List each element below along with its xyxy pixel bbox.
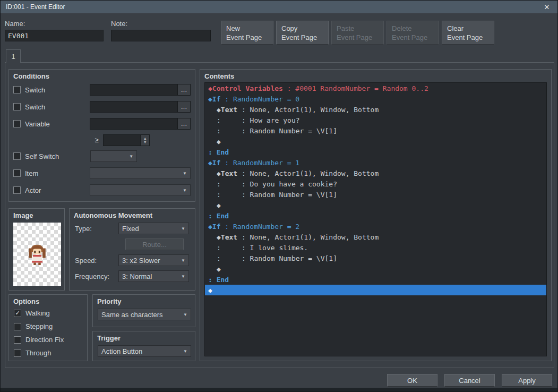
paste-event-page-button: Paste Event Page (331, 21, 384, 45)
variable-threshold-row: ≥ ▲ ▼ (9, 132, 195, 148)
event-command-line[interactable]: : : I love slimes. (205, 242, 546, 253)
movement-speed-select[interactable]: 3: x2 Slower ▼ (118, 254, 189, 266)
character-sprite (28, 243, 47, 267)
actor-row: Actor ▼ (9, 182, 195, 199)
trigger-select[interactable]: Action Button ▼ (98, 345, 191, 357)
stepping-checkbox[interactable] (14, 323, 21, 330)
item-checkbox[interactable] (13, 169, 21, 177)
event-command-line[interactable]: : End (205, 210, 546, 221)
priority-select[interactable]: Same as characters ▼ (98, 309, 191, 320)
note-label: Note: (111, 20, 211, 28)
variable-input[interactable] (90, 118, 178, 130)
name-input[interactable] (5, 30, 104, 41)
frequency-label: Frequency: (75, 272, 118, 280)
movement-frequency-row: Frequency: 3: Normal ▼ (70, 268, 195, 284)
close-icon[interactable]: ✕ (542, 3, 552, 11)
event-command-line[interactable]: ◆Control Variables : #0001 RandomNumber … (205, 83, 546, 93)
switch2-checkbox[interactable] (13, 103, 21, 110)
event-command-line[interactable]: ◆If : RandomNumber = 0 (205, 93, 546, 104)
event-command-line[interactable]: ◆ (205, 285, 546, 295)
event-command-list[interactable]: ◆Control Variables : #0001 RandomNumber … (204, 82, 547, 356)
note-field-group: Note: (111, 20, 211, 41)
new-event-page-button[interactable]: New Event Page (221, 21, 273, 45)
through-checkbox[interactable] (14, 350, 21, 357)
event-command-line[interactable]: ◆If : RandomNumber = 1 (205, 157, 546, 168)
walking-checkbox[interactable] (14, 310, 21, 317)
option-direction-fix[interactable]: Direction Fix (9, 333, 87, 346)
event-command-line[interactable]: : : How are you? (205, 115, 546, 125)
movement-type-row: Type: Fixed ▼ (70, 220, 195, 236)
variable-threshold-input[interactable] (103, 134, 141, 146)
switch2-input[interactable] (90, 101, 178, 113)
self-switch-checkbox[interactable] (13, 152, 21, 160)
route-button: Route... (125, 238, 184, 250)
event-command-line[interactable]: ◆If : RandomNumber = 2 (205, 221, 546, 232)
speed-label: Speed: (75, 257, 118, 265)
event-command-line[interactable]: : End (205, 147, 546, 157)
ok-button[interactable]: OK (387, 374, 437, 387)
chevron-down-icon: ▼ (126, 154, 133, 159)
name-field-group: Name: (5, 20, 104, 41)
option-walking[interactable]: Walking (9, 306, 87, 320)
image-preview[interactable] (13, 223, 61, 286)
chevron-down-icon: ▼ (179, 171, 187, 176)
type-label: Type: (75, 225, 118, 233)
page-tab-1[interactable]: 1 (6, 49, 21, 63)
priority-group: Priority Same as characters ▼ (92, 294, 195, 327)
titlebar[interactable]: ID:001 - Event Editor ✕ (1, 1, 557, 13)
movement-type-select[interactable]: Fixed ▼ (118, 223, 189, 234)
switch1-input[interactable] (90, 84, 178, 96)
switch2-more-button[interactable]: … (178, 101, 191, 113)
variable-label: Variable (25, 120, 50, 128)
event-command-line[interactable]: : : Random Number = \V[1] (205, 189, 546, 200)
variable-checkbox[interactable] (13, 120, 21, 127)
variable-more-button[interactable]: … (178, 118, 191, 130)
name-label: Name: (5, 20, 104, 28)
note-input[interactable] (111, 30, 211, 41)
apply-button[interactable]: Apply (502, 374, 552, 387)
switch1-label: Switch (25, 86, 45, 94)
event-command-line[interactable]: : : Random Number = \V[1] (205, 125, 546, 136)
window-title: ID:001 - Event Editor (6, 3, 542, 11)
movement-speed-row: Speed: 3: x2 Slower ▼ (70, 252, 195, 268)
movement-frequency-select[interactable]: 3: Normal ▼ (118, 270, 189, 282)
event-command-line[interactable]: ◆ (205, 136, 546, 147)
spin-up-icon[interactable]: ▲ (143, 137, 147, 140)
event-command-line[interactable]: : End (205, 274, 546, 285)
trigger-group: Trigger Action Button ▼ (92, 331, 195, 361)
movement-route-row: Route... (70, 236, 195, 252)
switch1-row: Switch … (9, 81, 195, 98)
event-command-line[interactable]: ◆Text : None, Actor1(1), Window, Bottom (205, 168, 546, 178)
actor-checkbox[interactable] (13, 186, 21, 194)
contents-title: Contents (200, 70, 551, 81)
conditions-group: Conditions Switch … Switch (8, 69, 195, 202)
direction-fix-checkbox[interactable] (14, 336, 21, 344)
item-label: Item (25, 169, 38, 177)
switch1-more-button[interactable]: … (178, 84, 191, 96)
chevron-down-icon: ▼ (179, 188, 187, 193)
trigger-title: Trigger (93, 331, 195, 343)
clear-event-page-button[interactable]: Clear Event Page (442, 21, 494, 45)
switch2-row: Switch … (9, 98, 195, 115)
chevron-down-icon: ▼ (178, 274, 185, 279)
event-command-line[interactable]: : : Random Number = \V[1] (205, 253, 546, 263)
spin-down-icon[interactable]: ▼ (143, 140, 147, 144)
copy-event-page-button[interactable]: Copy Event Page (276, 21, 329, 45)
image-group: Image (8, 208, 65, 291)
self-switch-row: Self Switch ▼ (9, 148, 195, 165)
event-command-line[interactable]: ◆Text : None, Actor1(1), Window, Bottom (205, 104, 546, 115)
self-switch-select[interactable]: ▼ (90, 150, 137, 162)
event-command-line[interactable]: : : Do you have a cookie? (205, 178, 546, 189)
option-through[interactable]: Through (9, 346, 87, 360)
cancel-button[interactable]: Cancel (444, 374, 495, 387)
event-command-line[interactable]: ◆ (205, 263, 546, 274)
option-stepping[interactable]: Stepping (9, 320, 87, 333)
actor-select[interactable]: ▼ (90, 184, 191, 196)
chevron-down-icon: ▼ (180, 312, 187, 317)
movement-title: Autonomous Movement (70, 209, 195, 220)
event-command-line[interactable]: ◆ (205, 200, 546, 210)
event-command-line[interactable]: ◆Text : None, Actor1(1), Window, Bottom (205, 232, 546, 242)
switch1-checkbox[interactable] (13, 86, 21, 93)
conditions-title: Conditions (9, 70, 195, 81)
item-select[interactable]: ▼ (90, 167, 191, 179)
